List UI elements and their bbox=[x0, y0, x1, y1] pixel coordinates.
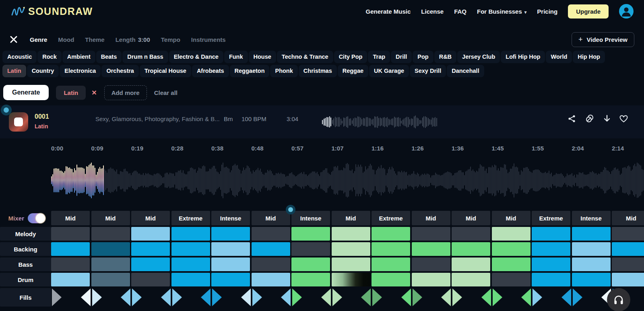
tab-mood[interactable]: Mood bbox=[58, 36, 74, 43]
energy-cell-7[interactable]: Intense bbox=[291, 211, 330, 225]
track-artwork[interactable] bbox=[9, 112, 28, 132]
share-icon[interactable] bbox=[568, 115, 576, 123]
mixer-cell-backing-9[interactable] bbox=[372, 242, 410, 256]
fill-marker-9[interactable] bbox=[361, 288, 382, 306]
genre-chip-city-pop[interactable]: City Pop bbox=[334, 51, 367, 63]
brand-logo[interactable]: SOUNDRAW bbox=[10, 4, 93, 18]
mixer-cell-backing-12[interactable] bbox=[492, 242, 530, 256]
genre-chip-reggae[interactable]: Reggae bbox=[338, 65, 368, 77]
mixer-cell-bass-9[interactable] bbox=[372, 257, 410, 271]
genre-chip-electronica[interactable]: Electronica bbox=[60, 65, 101, 77]
fill-marker-3[interactable] bbox=[121, 288, 142, 306]
mixer-cell-backing-10[interactable] bbox=[412, 242, 450, 256]
fill-marker-13[interactable] bbox=[521, 288, 542, 306]
selected-tag-latin[interactable]: Latin bbox=[56, 86, 86, 100]
genre-chip-techno-trance[interactable]: Techno & Trance bbox=[277, 51, 333, 63]
fill-marker-2[interactable] bbox=[81, 288, 102, 306]
nav-item-pricing[interactable]: Pricing bbox=[537, 8, 557, 15]
nav-item-for-businesses[interactable]: For Businesses▾ bbox=[477, 8, 526, 15]
add-more-button[interactable]: Add more bbox=[104, 85, 147, 100]
fill-marker-8[interactable] bbox=[321, 288, 342, 306]
fill-marker-11[interactable] bbox=[441, 288, 462, 306]
mixer-cell-melody-15[interactable] bbox=[612, 227, 644, 241]
mixer-cell-backing-1[interactable] bbox=[51, 242, 90, 256]
genre-chip-lofi-hip-hop[interactable]: Lofi Hip Hop bbox=[501, 51, 545, 63]
fill-marker-1[interactable] bbox=[41, 288, 62, 306]
genre-chip-rock[interactable]: Rock bbox=[37, 51, 61, 63]
fill-marker-6[interactable] bbox=[241, 288, 262, 306]
genre-chip-orchestra[interactable]: Orchestra bbox=[101, 65, 139, 77]
mixer-cell-backing-14[interactable] bbox=[572, 242, 611, 256]
mixer-cell-drum-4[interactable] bbox=[171, 273, 210, 286]
mixer-cell-bass-10[interactable] bbox=[412, 257, 450, 271]
fill-marker-14[interactable] bbox=[561, 288, 582, 306]
tab-tempo[interactable]: Tempo bbox=[161, 36, 180, 43]
mixer-cell-drum-12[interactable] bbox=[492, 273, 530, 286]
tab-length[interactable]: Length3:00 bbox=[116, 36, 150, 43]
mixer-cell-drum-11[interactable] bbox=[452, 273, 490, 286]
timeline-ruler[interactable]: 0:000:090:190:280:380:480:571:071:161:26… bbox=[0, 145, 644, 153]
energy-cell-9[interactable]: Extreme bbox=[372, 211, 410, 225]
mixer-cell-melody-7[interactable] bbox=[291, 227, 330, 241]
mixer-cell-drum-2[interactable] bbox=[91, 273, 130, 286]
genre-chip-uk-garage[interactable]: UK Garage bbox=[369, 65, 409, 77]
energy-cell-3[interactable]: Mid bbox=[131, 211, 170, 225]
energy-cell-15[interactable]: Mid bbox=[612, 211, 644, 225]
mixer-cell-bass-12[interactable] bbox=[492, 257, 530, 271]
energy-cell-12[interactable]: Mid bbox=[492, 211, 530, 225]
genre-chip-drill[interactable]: Drill bbox=[391, 51, 412, 63]
mixer-cell-drum-1[interactable] bbox=[51, 273, 90, 286]
upgrade-button[interactable]: Upgrade bbox=[568, 4, 609, 19]
mixer-cell-drum-7[interactable] bbox=[291, 273, 330, 286]
energy-cell-2[interactable]: Mid bbox=[91, 211, 130, 225]
genre-chip-tropical-house[interactable]: Tropical House bbox=[140, 65, 191, 77]
mixer-cell-drum-13[interactable] bbox=[532, 273, 570, 286]
mixer-cell-bass-11[interactable] bbox=[452, 257, 490, 271]
mixer-cell-melody-2[interactable] bbox=[91, 227, 130, 241]
mixer-cell-bass-14[interactable] bbox=[572, 257, 611, 271]
track-position-marker[interactable] bbox=[1, 105, 12, 115]
genre-chip-acoustic[interactable]: Acoustic bbox=[2, 51, 37, 63]
stop-button[interactable] bbox=[14, 117, 23, 126]
genre-chip-world[interactable]: World bbox=[546, 51, 572, 63]
genre-chip-afrobeats[interactable]: Afrobeats bbox=[192, 65, 229, 77]
mixer-cell-drum-6[interactable] bbox=[252, 273, 290, 286]
mixer-cell-drum-3[interactable] bbox=[131, 273, 170, 286]
exclude-similar-icon[interactable] bbox=[585, 114, 594, 123]
genre-chip-dancehall[interactable]: Dancehall bbox=[447, 65, 484, 77]
fill-marker-10[interactable] bbox=[401, 288, 422, 306]
energy-cell-4[interactable]: Extreme bbox=[171, 211, 210, 225]
mixer-cell-melody-11[interactable] bbox=[452, 227, 490, 241]
genre-chip-house[interactable]: House bbox=[249, 51, 276, 63]
mixer-cell-bass-15[interactable] bbox=[612, 257, 644, 271]
mixer-cell-backing-7[interactable] bbox=[291, 242, 330, 256]
genre-chip-trap[interactable]: Trap bbox=[368, 51, 390, 63]
clear-all-button[interactable]: Clear all bbox=[154, 89, 178, 96]
track-mini-waveform[interactable] bbox=[322, 113, 437, 131]
mixer-cell-melody-10[interactable] bbox=[412, 227, 450, 241]
genre-chip-r-b[interactable]: R&B bbox=[434, 51, 456, 63]
remove-tag-icon[interactable]: ✕ bbox=[91, 89, 97, 97]
mixer-cell-bass-5[interactable] bbox=[211, 257, 250, 271]
energy-cell-6[interactable]: Mid bbox=[252, 211, 290, 225]
fill-marker-12[interactable] bbox=[481, 288, 502, 306]
genre-chip-ambient[interactable]: Ambient bbox=[62, 51, 95, 63]
fill-marker-4[interactable] bbox=[161, 288, 182, 306]
energy-cell-1[interactable]: Mid bbox=[51, 211, 90, 225]
genre-chip-jersey-club[interactable]: Jersey Club bbox=[457, 51, 500, 63]
genre-chip-phonk[interactable]: Phonk bbox=[270, 65, 297, 77]
mixer-cell-bass-2[interactable] bbox=[91, 257, 130, 271]
mixer-cell-drum-8[interactable] bbox=[332, 273, 370, 286]
genre-chip-latin[interactable]: Latin bbox=[2, 65, 26, 77]
energy-cell-13[interactable]: Extreme bbox=[532, 211, 570, 225]
mixer-cell-drum-15[interactable] bbox=[612, 273, 644, 286]
song-waveform[interactable] bbox=[51, 159, 644, 201]
mixer-cell-backing-11[interactable] bbox=[452, 242, 490, 256]
genre-chip-pop[interactable]: Pop bbox=[413, 51, 433, 63]
mixer-cell-bass-6[interactable] bbox=[252, 257, 290, 271]
user-avatar[interactable] bbox=[619, 4, 634, 19]
genre-chip-electro-dance[interactable]: Electro & Dance bbox=[169, 51, 223, 63]
close-icon[interactable] bbox=[10, 35, 18, 43]
genre-chip-sexy-drill[interactable]: Sexy Drill bbox=[410, 65, 446, 77]
fill-marker-7[interactable] bbox=[281, 288, 302, 306]
